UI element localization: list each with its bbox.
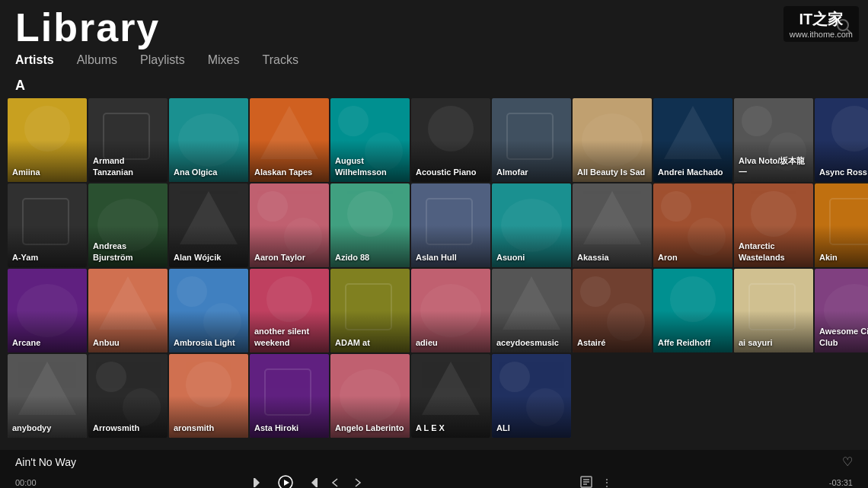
artist-card[interactable]: Alan Wójcik (169, 183, 248, 267)
favorite-button[interactable]: ♡ (842, 455, 853, 469)
artist-name: Arrowsmith (93, 423, 163, 433)
skip-back-button[interactable] (254, 477, 266, 488)
nav-albums[interactable]: Albums (77, 53, 117, 67)
main-nav: Artists Albums Playlists Mixes Tracks (0, 47, 868, 75)
artist-card[interactable]: Ambrosia Light (169, 269, 248, 352)
play-button[interactable] (278, 475, 293, 488)
artist-name: ALI (496, 423, 566, 433)
artist-card[interactable]: Async Ross (815, 98, 868, 182)
artist-name: Andrei Machado (658, 167, 728, 177)
artist-card[interactable]: Asta Hiroki (250, 354, 329, 438)
artist-card[interactable]: anybodyy (8, 354, 87, 438)
time-elapsed: 00:00 (15, 478, 37, 487)
svg-point-36 (580, 276, 611, 307)
artist-card[interactable]: All Beauty Is Sad (573, 98, 652, 182)
artist-name: Async Ross (819, 167, 868, 177)
artist-card[interactable]: August Wilhelmsson (330, 98, 410, 182)
artist-card[interactable]: A-Yam (8, 183, 87, 267)
queue-button[interactable] (580, 476, 592, 489)
skip-forward-button[interactable] (305, 477, 318, 488)
artist-card[interactable]: Awesome City Club (815, 269, 868, 352)
artist-name: ai sayuri (739, 337, 809, 348)
artist-card[interactable]: adieu (411, 269, 490, 352)
artist-card[interactable]: Asuoni (492, 183, 571, 267)
svg-point-18 (257, 191, 288, 222)
artist-card[interactable]: Azido 88 (330, 183, 410, 267)
artist-card[interactable]: Arcane (8, 269, 87, 352)
artist-name: Armand Tanzanian (93, 155, 163, 177)
artist-card[interactable]: ADAM at (330, 269, 410, 352)
nav-artists[interactable]: Artists (15, 53, 54, 67)
artist-card[interactable]: Amiina (8, 98, 87, 182)
artist-card[interactable]: Astairé (573, 269, 652, 352)
artist-name: Asuoni (496, 252, 566, 263)
artist-card[interactable]: Arrowsmith (88, 354, 168, 438)
artist-card[interactable]: Ana Olgica (169, 98, 248, 182)
artist-name: A-Yam (12, 252, 82, 263)
svg-marker-54 (311, 478, 316, 487)
watermark-logo: IT之家 (790, 9, 853, 30)
nav-playlists[interactable]: Playlists (140, 53, 185, 67)
section-letter: A (0, 75, 868, 97)
nav-mixes[interactable]: Mixes (208, 53, 240, 67)
svg-point-48 (499, 362, 530, 392)
artist-card[interactable]: Akassia (573, 183, 652, 267)
artist-card[interactable]: Alaskan Tapes (250, 98, 329, 182)
artist-name: Alan Wójcik (174, 252, 244, 263)
watermark: IT之家 www.ithome.com (783, 6, 859, 42)
artist-card[interactable]: aronsmith (169, 354, 248, 438)
artist-card[interactable]: another silent weekend (250, 269, 329, 352)
artist-card[interactable]: Andrei Machado (653, 98, 732, 182)
artist-card[interactable]: Anbuu (88, 269, 168, 352)
artist-card[interactable]: Aslan Hull (411, 183, 490, 267)
app-title: Library (15, 8, 160, 47)
artist-card[interactable]: Almofar (492, 98, 571, 182)
artist-card[interactable]: Aaron Taylor (250, 183, 329, 267)
artist-name: Awesome City Club (819, 326, 868, 348)
artist-name: Ana Olgica (174, 167, 244, 177)
artist-name: aronsmith (174, 423, 244, 433)
player-extra: ⋮ (580, 476, 612, 489)
svg-marker-50 (255, 478, 260, 487)
artist-card[interactable]: Andreas Bjurström (88, 183, 168, 267)
svg-marker-53 (284, 480, 289, 486)
artist-card[interactable]: Armand Tanzanian (88, 98, 168, 182)
artist-card[interactable]: Alva Noto/坂本龍一 (734, 98, 813, 182)
header: Library (0, 0, 868, 47)
artist-card[interactable]: Akin (815, 183, 868, 267)
artist-card[interactable]: Angelo Laberinto (330, 354, 410, 438)
player-bottom: 00:00 (15, 475, 853, 488)
player-track-title: Ain't No Way (15, 456, 76, 468)
artist-card[interactable]: Acoustic Piano (411, 98, 490, 182)
svg-point-12 (742, 106, 772, 136)
artist-card[interactable]: ai sayuri (734, 269, 813, 352)
svg-rect-55 (316, 478, 318, 487)
artist-name: All Beauty Is Sad (577, 167, 647, 177)
artist-card[interactable]: Antarctic Wastelands (734, 183, 813, 267)
svg-point-30 (177, 276, 207, 307)
svg-rect-51 (254, 478, 255, 487)
artist-card[interactable]: A L E X (411, 354, 490, 438)
artist-name: Acoustic Piano (416, 167, 486, 177)
more-button[interactable]: ⋮ (602, 477, 612, 488)
nav-tracks[interactable]: Tracks (263, 53, 298, 67)
artist-name: Akassia (577, 252, 647, 263)
artist-name: Andreas Bjurström (93, 241, 163, 263)
artist-card[interactable]: Aron (653, 183, 732, 267)
artist-card[interactable]: ALI (492, 354, 571, 438)
artist-name: Ambrosia Light (174, 337, 244, 348)
artist-name: Astairé (577, 337, 647, 348)
artist-name: aceydoesmusic (496, 337, 566, 348)
artist-name: Amiina (12, 167, 82, 177)
artist-name: Alva Noto/坂本龍一 (739, 155, 809, 177)
artist-name: Azido 88 (335, 252, 405, 263)
artist-name: Almofar (496, 167, 566, 177)
title-area: Library (15, 8, 160, 47)
artist-name: A L E X (416, 423, 486, 433)
artist-card[interactable]: Affe Reidhoff (653, 269, 732, 352)
artist-card[interactable]: aceydoesmusic (492, 269, 571, 352)
prev-button[interactable] (330, 477, 340, 488)
artist-name: Akin (819, 252, 868, 263)
next-button[interactable] (353, 477, 363, 488)
time-remaining: -03:31 (829, 478, 853, 487)
